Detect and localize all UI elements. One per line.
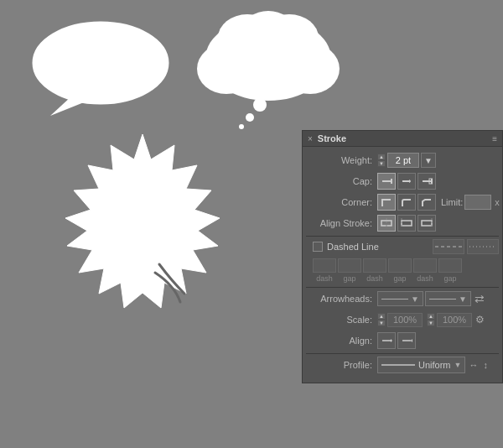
dash-preset-2[interactable]: [467, 239, 499, 254]
svg-marker-29: [411, 339, 412, 342]
align-inside-button[interactable]: [397, 215, 416, 232]
arrowheads-row: Arrowheads: ▼ ▼ ⇄: [306, 290, 499, 307]
scale2-spinner[interactable]: ▲ ▼: [427, 313, 435, 326]
stroke-panel: × Stroke ≡ Weight: ▲ ▼ ▼: [302, 130, 503, 383]
scale-row: Scale: ▲ ▼ ▲ ▼: [306, 311, 499, 328]
scale-start-input[interactable]: [387, 313, 423, 327]
limit-label: Limit:: [441, 197, 463, 207]
weight-down[interactable]: ▼: [377, 160, 386, 167]
thought-bubble: [184, 8, 344, 126]
align-option-1[interactable]: [377, 332, 396, 349]
svg-point-7: [243, 11, 293, 48]
arrowhead-line-right: [429, 299, 456, 300]
weight-input[interactable]: [387, 153, 419, 168]
svg-marker-11: [65, 134, 220, 308]
arrowheads-content: ▼ ▼ ⇄: [377, 291, 499, 306]
scale-end-input[interactable]: [437, 313, 472, 327]
profile-content: Uniform ▼ ↔ ↕: [377, 357, 499, 373]
dashed-line-checkbox[interactable]: [313, 242, 323, 252]
scale2-up[interactable]: ▲: [427, 313, 435, 320]
dash-preset-1[interactable]: [433, 239, 464, 254]
align-option-2[interactable]: [397, 332, 416, 349]
svg-rect-12: [382, 180, 391, 182]
profile-row: Profile: Uniform ▼ ↔ ↕: [306, 357, 499, 373]
dashed-line-label: Dashed Line: [327, 242, 379, 252]
weight-label: Weight:: [306, 155, 377, 165]
dash-gap-inputs-row: [306, 258, 499, 273]
weight-dropdown[interactable]: ▼: [421, 153, 436, 168]
svg-rect-13: [391, 179, 392, 184]
profile-flip-v-button[interactable]: ↕: [481, 360, 490, 370]
align-center-button[interactable]: [377, 215, 396, 232]
scale2-down[interactable]: ▼: [427, 320, 435, 326]
cap-row: Cap:: [306, 173, 499, 190]
scale-label: Scale:: [306, 315, 377, 325]
dash-2-input[interactable]: [363, 258, 386, 273]
panel-close-button[interactable]: ×: [308, 134, 313, 143]
dashed-line-row: Dashed Line: [306, 239, 499, 254]
cap-round-button[interactable]: [397, 173, 416, 190]
weight-input-group: ▲ ▼ ▼: [377, 153, 436, 168]
arrowhead-line-left: [381, 299, 408, 300]
cap-label: Cap:: [306, 176, 377, 186]
scale-options-button[interactable]: ⚙: [474, 314, 486, 326]
gap-2-label: gap: [388, 274, 412, 283]
corner-row: Corner: Limit: x: [306, 194, 499, 211]
canvas-area: × Stroke ≡ Weight: ▲ ▼ ▼: [0, 0, 503, 448]
limit-x: x: [495, 197, 500, 207]
arrowhead-align-row: Align:: [306, 332, 499, 349]
scale-content: ▲ ▼ ▲ ▼ ⚙: [377, 313, 499, 327]
svg-point-9: [246, 113, 254, 122]
arrowhead-align-content: [377, 332, 499, 349]
corner-miter-button[interactable]: [377, 194, 396, 211]
gap-3-label: gap: [438, 274, 462, 283]
cap-content: [377, 173, 499, 190]
weight-content: ▲ ▼ ▼: [377, 153, 499, 168]
svg-point-0: [34, 23, 168, 103]
profile-line-shape: [381, 359, 415, 371]
panel-menu-icon[interactable]: ≡: [492, 134, 497, 143]
align-outside-button[interactable]: [417, 215, 436, 232]
cap-butt-button[interactable]: [377, 173, 396, 190]
gap-1-label: gap: [338, 274, 361, 283]
weight-up[interactable]: ▲: [377, 154, 386, 160]
svg-marker-1: [50, 96, 88, 116]
cap-square-button[interactable]: [417, 173, 436, 190]
svg-rect-22: [422, 221, 432, 226]
gap-1-input[interactable]: [338, 258, 361, 273]
scale1-up[interactable]: ▲: [377, 313, 386, 320]
dash-3-input[interactable]: [413, 258, 437, 273]
profile-dropdown[interactable]: Uniform ▼: [377, 357, 465, 373]
profile-label: Profile:: [306, 360, 377, 370]
panel-header: × Stroke ≡: [303, 131, 502, 147]
dash-1-label: dash: [313, 274, 336, 283]
weight-spinner[interactable]: ▲ ▼: [377, 154, 386, 167]
dash-gap-labels-row: dash gap dash gap dash gap: [306, 274, 499, 283]
corner-content: Limit: x: [377, 194, 500, 211]
speech-bubble-1: [25, 17, 176, 109]
svg-rect-20: [402, 221, 412, 226]
svg-rect-14: [402, 180, 409, 182]
limit-input[interactable]: [464, 195, 491, 210]
arrowhead-start-dropdown[interactable]: ▼: [377, 291, 423, 306]
dash-1-input[interactable]: [313, 258, 336, 273]
divider-3: [306, 353, 499, 354]
svg-marker-27: [391, 339, 392, 342]
align-stroke-row: Align Stroke:: [306, 215, 499, 232]
arrowheads-label: Arrowheads:: [306, 294, 377, 304]
profile-dropdown-arrow: ▼: [454, 361, 462, 369]
align-stroke-content: [377, 215, 499, 232]
scale1-spinner[interactable]: ▲ ▼: [377, 313, 386, 326]
corner-bevel-button[interactable]: [417, 194, 436, 211]
svg-point-10: [239, 124, 244, 129]
dash-3-label: dash: [413, 274, 437, 283]
gap-3-input[interactable]: [438, 258, 462, 273]
arrowhead-start-arrow: ▼: [411, 294, 419, 304]
scale1-down[interactable]: ▼: [377, 320, 386, 326]
arrowhead-end-dropdown[interactable]: ▼: [425, 291, 471, 306]
arrowhead-swap-button[interactable]: ⇄: [473, 292, 486, 305]
gap-2-input[interactable]: [388, 258, 412, 273]
dash-2-label: dash: [363, 274, 386, 283]
profile-flip-h-button[interactable]: ↔: [467, 360, 480, 370]
corner-round-button[interactable]: [397, 194, 416, 211]
